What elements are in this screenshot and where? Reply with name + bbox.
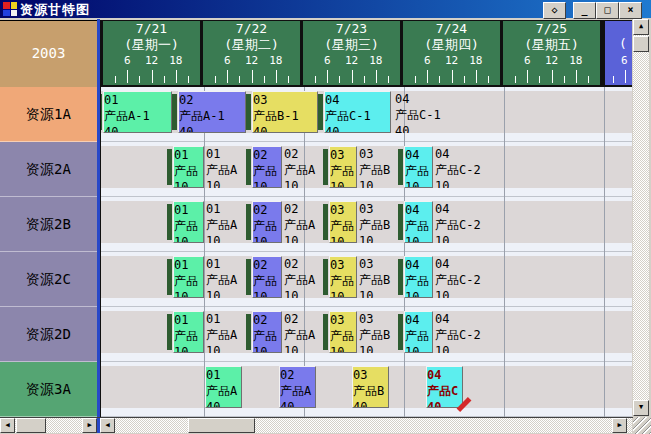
hour-tick-mark [427, 70, 428, 83]
gantt-bar[interactable]: 04产品C40 [426, 366, 463, 408]
hour-tick-label: 18 [569, 54, 582, 67]
hour-tick-mark [613, 76, 614, 83]
gantt-bar[interactable]: 04产品10 [404, 201, 433, 243]
vscroll-down-button[interactable]: ▼ [633, 400, 649, 416]
gantt-row: 01产品1002产品1003产品1004产品1001产品A1002产品A1003… [101, 197, 632, 252]
gantt-bar[interactable]: 01产品10 [173, 146, 204, 188]
overflow-label: 01产品A10 [206, 146, 247, 188]
gantt-bar[interactable]: 03产品10 [329, 256, 357, 298]
bar-product: 产品 [253, 328, 281, 344]
hour-tick-mark [488, 76, 489, 83]
gantt-bar[interactable]: 02产品10 [252, 201, 282, 243]
hour-tick-label: 12 [145, 54, 158, 67]
label-qty: 10 [206, 343, 247, 353]
label-product: 产品C-2 [435, 272, 499, 288]
label-product: 产品A [284, 327, 325, 343]
gantt-bar[interactable]: 02产品10 [252, 256, 282, 298]
gantt-bar[interactable]: 01产品10 [173, 256, 204, 298]
left-hscroll-right-button[interactable]: ▶ [82, 418, 97, 433]
bar-qty: 10 [330, 344, 356, 353]
vscroll-track[interactable] [633, 19, 649, 416]
gantt-bar[interactable]: 02产品10 [252, 311, 282, 353]
gantt-bar[interactable]: 03产品B40 [352, 366, 389, 408]
hour-tick-mark [527, 70, 528, 83]
gantt-bar[interactable]: 04产品C-140 [324, 91, 391, 133]
bar-op-number: 03 [330, 257, 356, 273]
gantt-bar[interactable]: 04产品10 [404, 146, 433, 188]
minimize-button[interactable]: _ [573, 2, 596, 19]
resource-cell-6[interactable]: 资源3A [0, 362, 97, 417]
bar-op-number: 01 [104, 92, 171, 108]
overflow-label: 04产品C-210 [435, 256, 499, 298]
maximize-button[interactable]: □ [596, 2, 619, 19]
label-qty: 10 [206, 288, 247, 298]
gantt-bar[interactable]: 02产品A40 [279, 366, 316, 408]
overflow-label: 04产品C-210 [435, 146, 499, 188]
resource-cell-3[interactable]: 资源2B [0, 197, 97, 252]
label-op-number: 01 [206, 311, 247, 327]
setup-tab [398, 204, 403, 240]
left-hscroll-left-button[interactable]: ◀ [0, 418, 15, 433]
hour-tick-label: 12 [245, 54, 258, 67]
overflow-label: 03产品B10 [359, 311, 400, 353]
overflow-label: 03产品B10 [359, 201, 400, 243]
bar-qty: 10 [405, 289, 432, 298]
gantt-bar[interactable]: 01产品A40 [205, 366, 242, 408]
gantt-bar[interactable]: 03产品10 [329, 311, 357, 353]
label-op-number: 01 [206, 256, 247, 272]
app-icon [3, 2, 17, 16]
chart-hscroll-right-button[interactable]: ▶ [612, 418, 627, 433]
hour-tick-mark [625, 70, 626, 83]
hour-tick-label: 6 [324, 54, 331, 67]
titlebar: 资源甘特图 ◇_□× [0, 0, 651, 18]
gantt-bar[interactable]: 01产品10 [173, 201, 204, 243]
bar-product: 产品 [405, 328, 432, 344]
chart-hscroll-left-button[interactable]: ◀ [100, 418, 115, 433]
hour-tick-mark [476, 70, 477, 83]
left-hscroll-thumb[interactable] [16, 418, 46, 433]
bar-product: 产品 [405, 218, 432, 234]
label-op-number: 03 [359, 201, 400, 217]
vscroll-up-button[interactable]: ▲ [633, 19, 649, 35]
gantt-bar[interactable]: 03产品10 [329, 201, 357, 243]
label-product: 产品A [206, 217, 247, 233]
chart-hscroll-thumb[interactable] [188, 418, 255, 433]
resize-grip[interactable] [633, 417, 651, 434]
setup-tab [398, 314, 403, 350]
bar-product: 产品 [174, 328, 203, 344]
gantt-bar[interactable]: 03产品B-140 [252, 91, 318, 133]
hour-tick-mark [327, 70, 328, 83]
hour-tick-label: 12 [345, 54, 358, 67]
gantt-bar[interactable]: 01产品A-140 [103, 91, 172, 133]
gantt-bar[interactable]: 02产品10 [252, 146, 282, 188]
gantt-bar[interactable]: 04产品10 [404, 256, 433, 298]
vscroll-thumb[interactable] [633, 36, 649, 52]
gantt-bar[interactable]: 03产品10 [329, 146, 357, 188]
setup-tab [323, 259, 328, 295]
hour-tick-mark [539, 76, 540, 83]
bar-product: 产品C [427, 383, 462, 399]
bar-op-number: 04 [405, 147, 432, 163]
resource-cell-4[interactable]: 资源2C [0, 252, 97, 307]
gantt-bar[interactable]: 01产品10 [173, 311, 204, 353]
resource-cell-2[interactable]: 资源2A [0, 142, 97, 197]
resource-cell-5[interactable]: 资源2D [0, 307, 97, 362]
hour-tick-mark [152, 70, 153, 83]
hour-tick-mark [276, 70, 277, 83]
close-button[interactable]: × [619, 2, 642, 19]
setup-tab [323, 149, 328, 185]
overflow-label: 01产品A10 [206, 256, 247, 298]
gantt-row: 01产品A-14002产品A-14003产品B-14004产品C-14004产品… [101, 87, 632, 142]
gantt-bar[interactable]: 02产品A-140 [178, 91, 246, 133]
hour-tick-label: 6 [621, 54, 628, 67]
label-op-number: 04 [435, 146, 499, 162]
label-op-number: 02 [284, 256, 325, 272]
resource-cell-1[interactable]: 资源1A [0, 87, 97, 142]
gantt-bar[interactable]: 04产品10 [404, 311, 433, 353]
label-qty: 10 [435, 343, 499, 353]
bar-qty: 10 [174, 234, 203, 243]
overflow-label: 03产品B10 [359, 256, 400, 298]
restore-diamond-button[interactable]: ◇ [543, 2, 566, 19]
setup-tab [167, 259, 172, 295]
chart-hscroll-track[interactable] [100, 418, 632, 433]
